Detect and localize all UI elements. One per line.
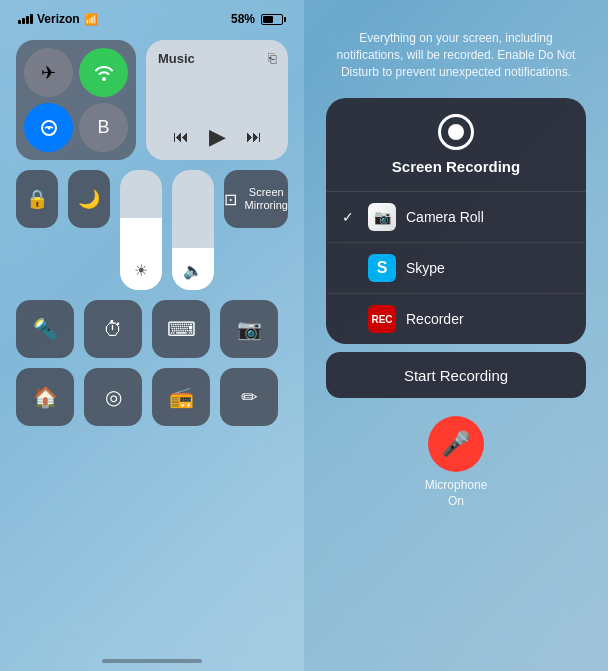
music-controls: ⏮ ▶ ⏭ [158,124,276,150]
volume-slider[interactable]: 🔈 [172,170,214,290]
rotation-lock-button[interactable]: 🔒 [16,170,58,228]
camera-roll-icon: 📷 [368,203,396,231]
music-block[interactable]: Music ⎗ ⏮ ▶ ⏭ [146,40,288,160]
timer-button[interactable]: ⏱ [84,300,142,358]
bluetooth-button[interactable]: B [79,103,128,152]
mid-row-1: 🔒 🌙 ☀ 🔈 ⊡ ScreenMirroring [16,170,288,290]
calculator-button[interactable]: ⌨ [152,300,210,358]
start-recording-label: Start Recording [404,367,508,384]
target-button[interactable]: ◎ [84,368,142,426]
prev-button[interactable]: ⏮ [173,128,189,146]
wifi-icon: 📶 [84,13,98,26]
battery-percentage: 58% [231,12,255,26]
record-icon [438,114,474,150]
row-bottom-icons: 🏠 ◎ 📻 ✏ [16,368,288,426]
screen-recording-popup: Screen Recording ✓ 📷 Camera Roll S Skype… [326,98,586,344]
microphone-label: MicrophoneOn [425,478,488,509]
screen-mirroring-button[interactable]: ⊡ ScreenMirroring [224,170,288,228]
list-item-skype[interactable]: S Skype [326,243,586,294]
airplay-icon[interactable]: ⎗ [268,50,276,66]
camera-button[interactable]: 📷 [220,300,278,358]
status-right: 58% [231,12,286,26]
wifi-bottom-button[interactable] [24,103,73,152]
popup-title: Screen Recording [392,158,520,175]
svg-point-0 [47,126,50,129]
home-bar [102,659,202,663]
start-recording-button[interactable]: Start Recording [326,352,586,398]
row-small-icons: 🔦 ⏱ ⌨ 📷 [16,300,288,358]
brightness-icon: ☀ [134,261,148,280]
control-center-panel: Verizon 📶 58% ✈ [0,0,304,671]
camera-roll-label: Camera Roll [406,209,484,225]
play-button[interactable]: ▶ [209,124,226,150]
check-icon: ✓ [342,209,358,225]
carrier-name: Verizon [37,12,80,26]
home-button[interactable]: 🏠 [16,368,74,426]
next-button[interactable]: ⏭ [246,128,262,146]
recorder-label: Recorder [406,311,464,327]
flashlight-button[interactable]: 🔦 [16,300,74,358]
control-center-grid: ✈ B [0,32,304,434]
screen-mirroring-label: ScreenMirroring [245,186,288,212]
skype-label: Skype [406,260,445,276]
info-text: Everything on your screen, including not… [304,30,608,80]
list-item-camera-roll[interactable]: ✓ 📷 Camera Roll [326,192,586,243]
music-label: Music [158,51,195,66]
brightness-slider[interactable]: ☀ [120,170,162,290]
screen-recording-panel: Everything on your screen, including not… [304,0,608,671]
status-bar: Verizon 📶 58% [0,0,304,32]
list-item-recorder[interactable]: REC Recorder [326,294,586,344]
microphone-button[interactable]: 🎤 [428,416,484,472]
battery-icon [261,14,286,25]
remote-button[interactable]: 📻 [152,368,210,426]
microphone-section: 🎤 MicrophoneOn [425,416,488,509]
skype-icon: S [368,254,396,282]
edit-button[interactable]: ✏ [220,368,278,426]
music-top: Music ⎗ [158,50,276,66]
signal-icon [18,14,33,24]
do-not-disturb-button[interactable]: 🌙 [68,170,110,228]
app-list: ✓ 📷 Camera Roll S Skype REC Recorder [326,192,586,344]
status-left: Verizon 📶 [18,12,98,26]
recorder-icon: REC [368,305,396,333]
airplane-mode-button[interactable]: ✈ [24,48,73,97]
wifi-button[interactable] [79,48,128,97]
popup-header: Screen Recording [326,98,586,192]
screen-mirroring-icon: ⊡ [224,190,237,209]
top-row: ✈ B [16,40,288,160]
connectivity-block: ✈ B [16,40,136,160]
volume-icon: 🔈 [183,261,203,280]
